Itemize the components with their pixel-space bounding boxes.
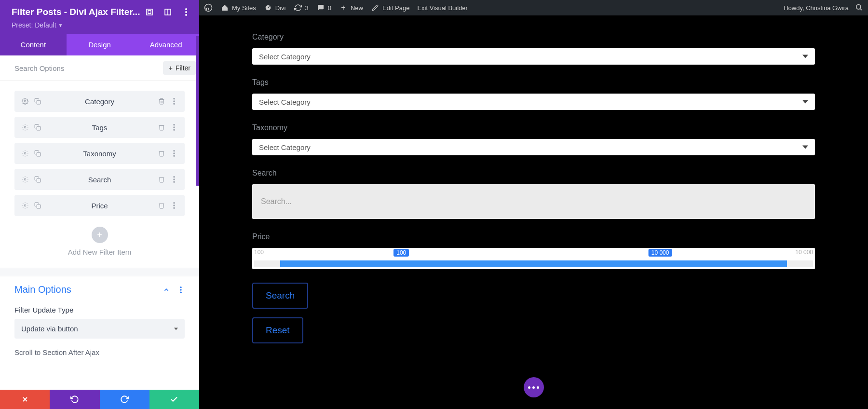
- kebab-menu-icon[interactable]: [170, 202, 178, 209]
- trash-icon[interactable]: [158, 176, 165, 183]
- home-icon: [220, 3, 229, 12]
- price-slider[interactable]: 100 100 10 000 10 000: [252, 248, 815, 269]
- builder-fab[interactable]: [524, 377, 544, 397]
- svg-point-11: [173, 103, 175, 105]
- search-toggle[interactable]: [854, 3, 863, 13]
- plus-icon: +: [339, 3, 348, 12]
- chevron-up-icon[interactable]: [163, 286, 170, 294]
- page-canvas: My Sites Divi 3 0 +New Edit Page Exit Vi…: [199, 0, 868, 409]
- kebab-menu-icon[interactable]: [170, 150, 178, 157]
- gear-icon[interactable]: [21, 176, 29, 183]
- pencil-icon: [371, 3, 380, 12]
- filter-form: Category Select Category Tags Select Cat…: [199, 15, 868, 352]
- trash-icon[interactable]: [158, 97, 165, 105]
- svg-point-27: [24, 204, 26, 206]
- tab-content[interactable]: Content: [0, 34, 67, 55]
- slider-range[interactable]: [280, 260, 787, 267]
- gear-icon[interactable]: [21, 202, 29, 209]
- svg-point-6: [185, 14, 187, 16]
- svg-point-29: [173, 202, 175, 204]
- svg-point-15: [173, 126, 175, 128]
- search-input[interactable]: [261, 197, 806, 206]
- search-button[interactable]: Search: [252, 283, 308, 309]
- tab-advanced[interactable]: Advanced: [133, 34, 199, 55]
- gear-icon[interactable]: [21, 97, 29, 105]
- search-icon: [854, 3, 863, 12]
- filter-update-type-select[interactable]: Update via button: [14, 319, 185, 339]
- reset-button[interactable]: Reset: [252, 317, 303, 343]
- svg-rect-13: [37, 126, 41, 130]
- svg-point-26: [173, 181, 175, 183]
- site-name-link[interactable]: Divi: [264, 0, 286, 15]
- svg-point-12: [24, 126, 26, 128]
- cancel-button[interactable]: [0, 390, 50, 409]
- dot-icon: [537, 386, 539, 389]
- preset-selector[interactable]: Preset: Default ▼: [12, 21, 190, 29]
- section-title: Search Options: [14, 64, 64, 72]
- my-sites-link[interactable]: My Sites: [220, 0, 256, 15]
- kebab-menu-icon[interactable]: [182, 8, 190, 16]
- comments-link[interactable]: 0: [316, 0, 331, 15]
- kebab-menu-icon[interactable]: [177, 286, 185, 294]
- svg-point-22: [24, 178, 26, 180]
- svg-rect-18: [37, 152, 41, 156]
- duplicate-icon[interactable]: [34, 202, 41, 209]
- tags-label: Tags: [252, 78, 815, 87]
- main-options-title[interactable]: Main Options: [14, 284, 71, 295]
- taxonomy-select[interactable]: Select Category: [252, 139, 815, 155]
- kebab-menu-icon[interactable]: [170, 176, 178, 183]
- category-select[interactable]: Select Category: [252, 48, 815, 65]
- howdy-user[interactable]: Howdy, Christina Gwira: [784, 4, 849, 12]
- svg-point-14: [173, 124, 175, 126]
- layout-toggle-icon[interactable]: [163, 8, 172, 16]
- duplicate-icon[interactable]: [34, 97, 41, 105]
- filter-item[interactable]: Taxonomy: [14, 143, 185, 164]
- svg-point-10: [173, 100, 175, 102]
- edit-page-link[interactable]: Edit Page: [371, 0, 409, 15]
- module-title: Filter Posts - Divi Ajax Filter...: [12, 7, 140, 17]
- trash-icon[interactable]: [158, 202, 165, 209]
- scroll-section-label: Scroll to Section After Ajax: [14, 348, 185, 356]
- svg-point-39: [856, 5, 861, 9]
- undo-button[interactable]: [50, 390, 99, 409]
- kebab-menu-icon[interactable]: [170, 97, 178, 105]
- panel-footer: [0, 390, 199, 409]
- tab-design[interactable]: Design: [67, 34, 133, 55]
- svg-point-30: [173, 204, 175, 206]
- filter-item-label: Price: [48, 202, 151, 210]
- svg-point-9: [173, 98, 175, 100]
- duplicate-icon[interactable]: [34, 150, 41, 157]
- redo-button[interactable]: [100, 390, 149, 409]
- kebab-menu-icon[interactable]: [170, 123, 178, 131]
- wp-logo[interactable]: [204, 0, 213, 15]
- updates-link[interactable]: 3: [294, 0, 309, 15]
- chevron-down-icon: [802, 146, 808, 149]
- gear-icon[interactable]: [21, 123, 29, 131]
- save-button[interactable]: [149, 390, 199, 409]
- category-label: Category: [252, 33, 815, 41]
- new-link[interactable]: +New: [339, 0, 363, 15]
- svg-point-4: [185, 8, 187, 10]
- filter-item-label: Category: [48, 97, 151, 106]
- gear-icon[interactable]: [21, 150, 29, 157]
- refresh-icon: [294, 3, 302, 12]
- filter-item[interactable]: Price: [14, 195, 185, 216]
- trash-icon[interactable]: [158, 150, 165, 157]
- duplicate-icon[interactable]: [34, 176, 41, 183]
- svg-point-5: [185, 11, 187, 13]
- exit-vb-link[interactable]: Exit Visual Builder: [417, 0, 468, 15]
- filter-item[interactable]: Search: [14, 169, 185, 190]
- sidebar-scrollbar[interactable]: [196, 36, 199, 186]
- add-new-filter-button[interactable]: +: [92, 227, 108, 243]
- tags-select[interactable]: Select Category: [252, 94, 815, 110]
- add-filter-button[interactable]: + Filter: [163, 61, 196, 75]
- plus-icon: +: [169, 64, 173, 72]
- filter-item[interactable]: Tags: [14, 117, 185, 138]
- filter-item-label: Taxonomy: [48, 150, 151, 158]
- svg-point-20: [173, 152, 175, 154]
- filter-items-list: Category Tags: [0, 81, 199, 268]
- filter-item[interactable]: Category: [14, 91, 185, 112]
- duplicate-icon[interactable]: [34, 123, 41, 131]
- trash-icon[interactable]: [158, 123, 165, 131]
- expand-icon[interactable]: [145, 8, 154, 16]
